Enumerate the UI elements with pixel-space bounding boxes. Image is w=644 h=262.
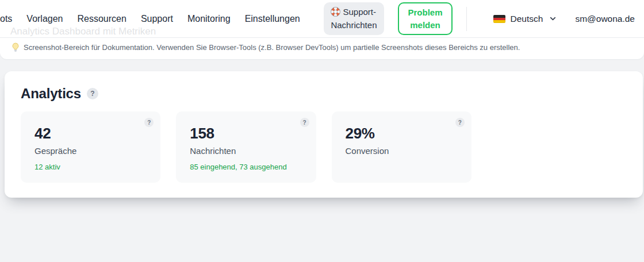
question-mark-icon[interactable]: ?	[300, 118, 309, 127]
nav-item-vorlagen[interactable]: Vorlagen	[26, 14, 63, 24]
stat-card-gespraeche: ? 42 Gespräche 12 aktiv	[21, 111, 160, 183]
analytics-panel: Analytics ? ? 42 Gespräche 12 aktiv ? 15…	[5, 71, 643, 198]
top-navigation-bar: ots Vorlagen Ressourcen Support Monitori…	[0, 0, 644, 38]
german-flag-icon	[493, 15, 505, 23]
language-selector[interactable]: Deutsch	[493, 14, 557, 24]
nav-item-einstellungen[interactable]: Einstellungen	[245, 14, 300, 24]
stat-label: Conversion	[346, 146, 459, 156]
header-divider	[466, 7, 467, 31]
main-nav: ots Vorlagen Ressourcen Support Monitori…	[0, 14, 300, 24]
stat-value: 158	[190, 125, 303, 142]
chevron-down-icon	[549, 15, 557, 22]
banner-text: Screenshot-Bereich für Dokumentation. Ve…	[24, 43, 520, 52]
analytics-help-icon[interactable]: ?	[87, 88, 98, 99]
problem-button-line1: Problem	[408, 6, 442, 19]
language-label: Deutsch	[511, 14, 543, 24]
support-button-line2: Nachrichten	[331, 18, 377, 32]
stat-value: 42	[34, 125, 148, 142]
stat-label: Gespräche	[34, 146, 148, 156]
stat-value: 29%	[346, 125, 459, 142]
question-mark-icon[interactable]: ?	[455, 118, 465, 127]
stat-sub-text: 85 eingehend, 73 ausgehend	[190, 163, 303, 171]
nav-item-ressourcen[interactable]: Ressourcen	[78, 14, 126, 24]
user-email: sm@owona.de	[575, 14, 635, 24]
nav-item-monitoring[interactable]: Monitoring	[187, 14, 231, 24]
stat-card-conversion: ? 29% Conversion	[332, 111, 471, 183]
stat-label: Nachrichten	[190, 146, 303, 156]
nav-item-support[interactable]: Support	[141, 14, 173, 24]
support-messages-button[interactable]: Support- Nachrichten	[324, 2, 384, 36]
support-button-line1: Support-	[343, 5, 376, 18]
stat-sub-text: 12 aktiv	[34, 163, 148, 171]
screenshot-info-banner: Screenshot-Bereich für Dokumentation. Ve…	[0, 38, 644, 59]
stat-card-nachrichten: ? 158 Nachrichten 85 eingehend, 73 ausge…	[176, 111, 316, 183]
nav-item-chatbots[interactable]: ots	[0, 14, 12, 24]
problem-button-line2: melden	[408, 19, 442, 32]
question-mark-icon[interactable]: ?	[144, 118, 154, 127]
stats-grid: ? 42 Gespräche 12 aktiv ? 158 Nachrichte…	[21, 111, 627, 183]
faded-page-subtitle: Analytics Dashboard mit Metriken	[10, 26, 156, 37]
analytics-title: Analytics	[21, 86, 81, 102]
report-problem-button[interactable]: Problem melden	[398, 2, 452, 36]
lightbulb-icon	[12, 43, 20, 52]
header-right-group: Support- Nachrichten Problem melden Deut…	[324, 2, 635, 36]
lifebuoy-icon	[331, 7, 340, 17]
